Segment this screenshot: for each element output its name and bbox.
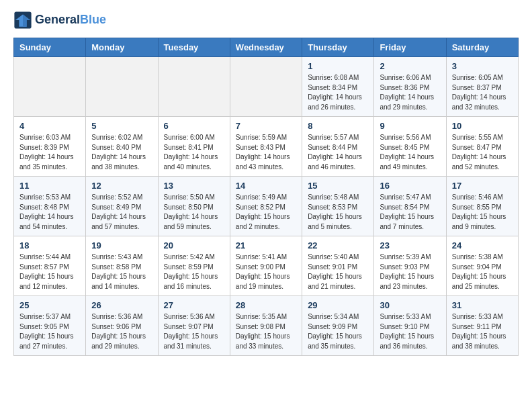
day-info: Sunrise: 5:50 AMSunset: 8:50 PMDaylight:… — [164, 193, 224, 232]
weekday-header: Monday — [86, 38, 158, 57]
logo-icon — [13, 11, 32, 30]
day-info: Sunrise: 5:57 AMSunset: 8:44 PMDaylight:… — [308, 133, 368, 172]
day-number: 11 — [19, 181, 80, 191]
calendar-week-row: 25Sunrise: 5:37 AMSunset: 9:05 PMDayligh… — [14, 296, 519, 356]
calendar-day-cell: 30Sunrise: 5:33 AMSunset: 9:10 PMDayligh… — [374, 296, 446, 356]
day-number: 17 — [452, 181, 513, 191]
day-number: 29 — [308, 300, 368, 310]
day-number: 13 — [164, 181, 224, 191]
day-info: Sunrise: 5:49 AMSunset: 8:52 PMDaylight:… — [236, 193, 296, 232]
calendar-week-row: 11Sunrise: 5:53 AMSunset: 8:48 PMDayligh… — [14, 177, 519, 236]
day-number: 19 — [91, 240, 152, 250]
day-number: 26 — [91, 300, 152, 310]
calendar-day-cell — [230, 57, 302, 117]
day-info: Sunrise: 5:46 AMSunset: 8:55 PMDaylight:… — [452, 193, 513, 232]
calendar-day-cell — [14, 57, 86, 117]
day-info: Sunrise: 5:48 AMSunset: 8:53 PMDaylight:… — [308, 193, 368, 232]
calendar-day-cell: 20Sunrise: 5:42 AMSunset: 8:59 PMDayligh… — [158, 236, 230, 296]
calendar-day-cell: 12Sunrise: 5:52 AMSunset: 8:49 PMDayligh… — [86, 177, 158, 236]
day-info: Sunrise: 5:44 AMSunset: 8:57 PMDaylight:… — [19, 253, 80, 291]
calendar-day-cell: 3Sunrise: 6:05 AMSunset: 8:37 PMDaylight… — [446, 57, 518, 117]
day-number: 16 — [380, 181, 440, 191]
day-number: 5 — [91, 121, 152, 131]
day-number: 15 — [308, 181, 368, 191]
calendar-table: SundayMondayTuesdayWednesdayThursdayFrid… — [13, 38, 519, 356]
calendar-day-cell: 15Sunrise: 5:48 AMSunset: 8:53 PMDayligh… — [302, 177, 374, 236]
calendar-day-cell: 9Sunrise: 5:56 AMSunset: 8:45 PMDaylight… — [374, 117, 446, 177]
day-info: Sunrise: 5:42 AMSunset: 8:59 PMDaylight:… — [164, 253, 224, 291]
day-info: Sunrise: 5:43 AMSunset: 8:58 PMDaylight:… — [91, 253, 152, 291]
calendar-day-cell: 16Sunrise: 5:47 AMSunset: 8:54 PMDayligh… — [374, 177, 446, 236]
day-number: 4 — [19, 121, 80, 131]
day-info: Sunrise: 5:33 AMSunset: 9:10 PMDaylight:… — [380, 312, 440, 351]
day-number: 22 — [308, 240, 368, 250]
calendar-week-row: 4Sunrise: 6:03 AMSunset: 8:39 PMDaylight… — [14, 117, 519, 177]
weekday-header: Sunday — [14, 38, 86, 57]
day-number: 6 — [164, 121, 224, 131]
day-info: Sunrise: 5:47 AMSunset: 8:54 PMDaylight:… — [380, 193, 440, 232]
day-number: 9 — [380, 121, 440, 131]
day-number: 12 — [91, 181, 152, 191]
day-number: 14 — [236, 181, 296, 191]
calendar-day-cell — [158, 57, 230, 117]
day-number: 1 — [308, 61, 368, 71]
day-info: Sunrise: 5:40 AMSunset: 9:01 PMDaylight:… — [308, 253, 368, 291]
day-number: 23 — [380, 240, 440, 250]
weekday-header: Thursday — [302, 38, 374, 57]
day-number: 27 — [164, 300, 224, 310]
day-number: 10 — [452, 121, 513, 131]
calendar-day-cell: 5Sunrise: 6:02 AMSunset: 8:40 PMDaylight… — [86, 117, 158, 177]
calendar-day-cell: 14Sunrise: 5:49 AMSunset: 8:52 PMDayligh… — [230, 177, 302, 236]
day-number: 3 — [452, 61, 513, 71]
calendar-day-cell: 8Sunrise: 5:57 AMSunset: 8:44 PMDaylight… — [302, 117, 374, 177]
day-info: Sunrise: 5:37 AMSunset: 9:05 PMDaylight:… — [19, 312, 80, 351]
calendar-day-cell: 27Sunrise: 5:36 AMSunset: 9:07 PMDayligh… — [158, 296, 230, 356]
day-info: Sunrise: 5:41 AMSunset: 9:00 PMDaylight:… — [236, 253, 296, 291]
day-number: 28 — [236, 300, 296, 310]
calendar-day-cell: 28Sunrise: 5:35 AMSunset: 9:08 PMDayligh… — [230, 296, 302, 356]
day-number: 7 — [236, 121, 296, 131]
calendar-day-cell: 7Sunrise: 5:59 AMSunset: 8:43 PMDaylight… — [230, 117, 302, 177]
day-info: Sunrise: 5:56 AMSunset: 8:45 PMDaylight:… — [380, 133, 440, 172]
day-number: 24 — [452, 240, 513, 250]
calendar-week-row: 18Sunrise: 5:44 AMSunset: 8:57 PMDayligh… — [14, 236, 519, 296]
weekday-header: Saturday — [446, 38, 518, 57]
calendar-day-cell: 6Sunrise: 6:00 AMSunset: 8:41 PMDaylight… — [158, 117, 230, 177]
calendar-day-cell: 21Sunrise: 5:41 AMSunset: 9:00 PMDayligh… — [230, 236, 302, 296]
calendar-day-cell: 23Sunrise: 5:39 AMSunset: 9:03 PMDayligh… — [374, 236, 446, 296]
weekday-header: Tuesday — [158, 38, 230, 57]
day-number: 21 — [236, 240, 296, 250]
logo-text: GeneralBlue — [35, 13, 106, 27]
day-info: Sunrise: 6:06 AMSunset: 8:36 PMDaylight:… — [380, 73, 440, 112]
day-info: Sunrise: 6:00 AMSunset: 8:41 PMDaylight:… — [164, 133, 224, 172]
calendar-day-cell: 18Sunrise: 5:44 AMSunset: 8:57 PMDayligh… — [14, 236, 86, 296]
day-info: Sunrise: 6:05 AMSunset: 8:37 PMDaylight:… — [452, 73, 513, 112]
header: GeneralBlue — [13, 11, 519, 30]
calendar-day-cell: 25Sunrise: 5:37 AMSunset: 9:05 PMDayligh… — [14, 296, 86, 356]
day-info: Sunrise: 6:08 AMSunset: 8:34 PMDaylight:… — [308, 73, 368, 112]
calendar-day-cell: 4Sunrise: 6:03 AMSunset: 8:39 PMDaylight… — [14, 117, 86, 177]
day-number: 31 — [452, 300, 513, 310]
day-info: Sunrise: 5:36 AMSunset: 9:07 PMDaylight:… — [164, 312, 224, 351]
calendar-day-cell: 10Sunrise: 5:55 AMSunset: 8:47 PMDayligh… — [446, 117, 518, 177]
day-info: Sunrise: 5:36 AMSunset: 9:06 PMDaylight:… — [91, 312, 152, 351]
day-info: Sunrise: 5:39 AMSunset: 9:03 PMDaylight:… — [380, 253, 440, 291]
calendar-week-row: 1Sunrise: 6:08 AMSunset: 8:34 PMDaylight… — [14, 57, 519, 117]
day-info: Sunrise: 5:52 AMSunset: 8:49 PMDaylight:… — [91, 193, 152, 232]
day-number: 20 — [164, 240, 224, 250]
day-number: 25 — [19, 300, 80, 310]
calendar-day-cell: 17Sunrise: 5:46 AMSunset: 8:55 PMDayligh… — [446, 177, 518, 236]
calendar-day-cell: 2Sunrise: 6:06 AMSunset: 8:36 PMDaylight… — [374, 57, 446, 117]
calendar-day-cell: 22Sunrise: 5:40 AMSunset: 9:01 PMDayligh… — [302, 236, 374, 296]
calendar-day-cell: 1Sunrise: 6:08 AMSunset: 8:34 PMDaylight… — [302, 57, 374, 117]
day-info: Sunrise: 5:35 AMSunset: 9:08 PMDaylight:… — [236, 312, 296, 351]
calendar-header-row: SundayMondayTuesdayWednesdayThursdayFrid… — [14, 38, 519, 57]
day-info: Sunrise: 5:53 AMSunset: 8:48 PMDaylight:… — [19, 193, 80, 232]
calendar-day-cell: 26Sunrise: 5:36 AMSunset: 9:06 PMDayligh… — [86, 296, 158, 356]
calendar-day-cell: 19Sunrise: 5:43 AMSunset: 8:58 PMDayligh… — [86, 236, 158, 296]
calendar-day-cell: 11Sunrise: 5:53 AMSunset: 8:48 PMDayligh… — [14, 177, 86, 236]
day-info: Sunrise: 5:55 AMSunset: 8:47 PMDaylight:… — [452, 133, 513, 172]
day-number: 8 — [308, 121, 368, 131]
calendar-day-cell: 31Sunrise: 5:33 AMSunset: 9:11 PMDayligh… — [446, 296, 518, 356]
day-number: 30 — [380, 300, 440, 310]
